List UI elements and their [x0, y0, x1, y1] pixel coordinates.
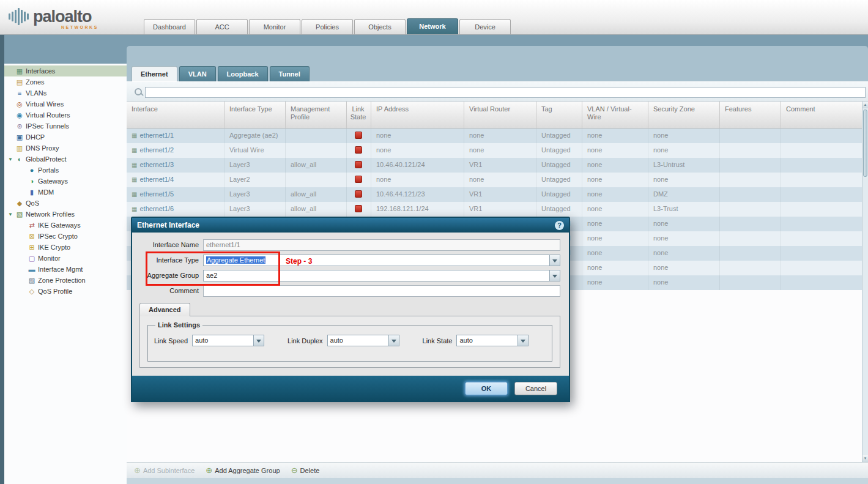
table-row[interactable]: ▦ethernet1/6 Layer3 allow_all 192.168.12…	[127, 202, 862, 217]
cell-link-state[interactable]	[347, 158, 371, 173]
sidebar-item[interactable]: ▼ ⊛ IPSec Tunnels	[4, 121, 127, 132]
cell-virtual-router[interactable]: none	[464, 173, 536, 187]
cell-comment[interactable]	[781, 261, 862, 275]
cell-management-profile[interactable]: allow_all	[286, 158, 347, 173]
cell-ip-address[interactable]: 10.46.40.121/24	[371, 158, 464, 173]
cell-interface-type[interactable]: Layer3	[224, 158, 286, 173]
table-row[interactable]: ▦ethernet1/4 Layer2 none none Untagged n…	[127, 173, 862, 187]
chevron-down-icon[interactable]	[253, 335, 264, 346]
cell-tag[interactable]: Untagged	[536, 128, 582, 143]
cell-interface-type[interactable]: Layer2	[224, 173, 286, 187]
column-header[interactable]: IP Address	[371, 102, 464, 128]
sidebar-item[interactable]: ▼ ▧ Network Profiles	[4, 209, 127, 220]
column-header[interactable]: Security Zone	[648, 102, 720, 128]
subtab[interactable]: Tunnel	[270, 66, 310, 81]
scroll-up-icon[interactable]: ▲	[862, 102, 868, 108]
column-header[interactable]: Features	[720, 102, 781, 128]
comment-input[interactable]	[203, 285, 560, 297]
cell-interface-type[interactable]: Layer3	[224, 202, 286, 217]
cell-vlan-virtual-wire[interactable]: none	[582, 173, 648, 187]
column-header[interactable]: Management Profile	[286, 102, 347, 128]
cell-features[interactable]	[720, 246, 781, 261]
cell-security-zone[interactable]: none	[648, 246, 720, 261]
cell-vlan-virtual-wire[interactable]: none	[582, 128, 648, 143]
cell-interface[interactable]: ▦ethernet1/1	[127, 128, 224, 143]
cell-security-zone[interactable]: L3-Trust	[648, 202, 720, 217]
cell-tag[interactable]: Untagged	[536, 158, 582, 173]
cell-interface[interactable]: ▦ethernet1/2	[127, 143, 224, 158]
sidebar-item[interactable]: ▼ ◉ Virtual Routers	[4, 110, 127, 121]
sidebar-item[interactable]: ▼ ⊞ IKE Crypto	[4, 242, 127, 253]
nav-tab[interactable]: Network	[407, 18, 458, 34]
footer-action[interactable]: ⊕ Add Aggregate Group	[206, 466, 280, 474]
cell-management-profile[interactable]	[286, 143, 347, 158]
cell-vlan-virtual-wire[interactable]: none	[582, 158, 648, 173]
cell-link-state[interactable]	[347, 187, 371, 202]
cell-link-state[interactable]	[347, 128, 371, 143]
cell-security-zone[interactable]: none	[648, 143, 720, 158]
cell-comment[interactable]	[781, 158, 862, 173]
nav-tab[interactable]: Device	[459, 19, 511, 34]
dialog-titlebar[interactable]: Ethernet Interface ?	[132, 218, 569, 233]
link-state-dropdown[interactable]: auto	[456, 335, 529, 346]
sidebar-item[interactable]: ▼ ◆ QoS	[4, 198, 127, 209]
sidebar-item[interactable]: ▼ ⇄ IKE Gateways	[4, 220, 127, 231]
cell-interface[interactable]: ▦ethernet1/3	[127, 158, 224, 173]
cell-comment[interactable]	[781, 143, 862, 158]
cell-vlan-virtual-wire[interactable]: none	[582, 217, 648, 231]
cell-security-zone[interactable]: none	[648, 261, 720, 275]
table-row[interactable]: ▦ethernet1/1 Aggregate (ae2) none none U…	[127, 128, 862, 143]
cell-tag[interactable]: Untagged	[536, 173, 582, 187]
interface-link[interactable]: ethernet1/4	[139, 176, 174, 183]
cell-tag[interactable]: Untagged	[536, 202, 582, 217]
cell-features[interactable]	[720, 143, 781, 158]
cell-comment[interactable]	[781, 217, 862, 231]
table-row[interactable]: ▦ethernet1/2 Virtual Wire none none Unta…	[127, 143, 862, 158]
nav-tab[interactable]: Dashboard	[144, 19, 195, 34]
cell-link-state[interactable]	[347, 202, 371, 217]
interface-link[interactable]: ethernet1/6	[139, 205, 174, 212]
interface-link[interactable]: ethernet1/3	[139, 161, 174, 168]
cell-vlan-virtual-wire[interactable]: none	[582, 275, 648, 290]
sidebar-item[interactable]: ▼ ◐ GlobalProtect	[4, 154, 127, 165]
sidebar-item[interactable]: ▼ ▤ Zones	[4, 76, 127, 87]
sidebar-item[interactable]: ▼ ▨ Zone Protection	[4, 275, 127, 286]
sidebar-item[interactable]: ▼ ⊠ IPSec Crypto	[4, 231, 127, 242]
cell-ip-address[interactable]: none	[371, 173, 464, 187]
scroll-down-icon[interactable]: ▼	[862, 455, 868, 462]
cancel-button[interactable]: Cancel	[514, 382, 557, 395]
cell-management-profile[interactable]	[286, 128, 347, 143]
cell-features[interactable]	[720, 231, 781, 246]
cell-features[interactable]	[720, 261, 781, 275]
chevron-down-icon[interactable]	[549, 255, 560, 266]
sidebar-item[interactable]: ▼ ≡ VLANs	[4, 87, 127, 99]
cell-features[interactable]	[720, 202, 781, 217]
column-header[interactable]: Comment	[781, 102, 862, 128]
cell-comment[interactable]	[781, 173, 862, 187]
ok-button[interactable]: OK	[465, 382, 508, 395]
column-header[interactable]: Tag	[536, 102, 582, 128]
filter-input[interactable]	[145, 87, 866, 98]
chevron-down-icon[interactable]	[517, 335, 528, 346]
cell-interface[interactable]: ▦ethernet1/4	[127, 173, 224, 187]
advanced-tab[interactable]: Advanced	[139, 303, 190, 316]
footer-action[interactable]: ⊖ Delete	[291, 466, 320, 474]
cell-interface[interactable]: ▦ethernet1/6	[127, 202, 224, 217]
nav-tab[interactable]: Policies	[302, 19, 353, 34]
cell-security-zone[interactable]: L3-Untrust	[648, 158, 720, 173]
sidebar-item[interactable]: ▼ ▦ Interfaces	[4, 65, 127, 76]
sidebar-item[interactable]: ▼ ◎ Virtual Wires	[4, 99, 127, 110]
link-speed-dropdown[interactable]: auto	[192, 335, 264, 346]
sidebar-item[interactable]: ▼ ▥ DNS Proxy	[4, 143, 127, 154]
nav-tab[interactable]: Objects	[354, 19, 406, 34]
cell-comment[interactable]	[781, 246, 862, 261]
cell-link-state[interactable]	[347, 173, 371, 187]
sidebar-item[interactable]: ▼ ▢ Monitor	[4, 253, 127, 264]
cell-interface-type[interactable]: Virtual Wire	[224, 143, 286, 158]
cell-security-zone[interactable]: DMZ	[648, 187, 720, 202]
cell-interface-type[interactable]: Layer3	[224, 187, 286, 202]
cell-vlan-virtual-wire[interactable]: none	[582, 261, 648, 275]
cell-virtual-router[interactable]: none	[464, 143, 536, 158]
cell-virtual-router[interactable]: VR1	[464, 158, 536, 173]
cell-ip-address[interactable]: 192.168.121.1/24	[371, 202, 464, 217]
